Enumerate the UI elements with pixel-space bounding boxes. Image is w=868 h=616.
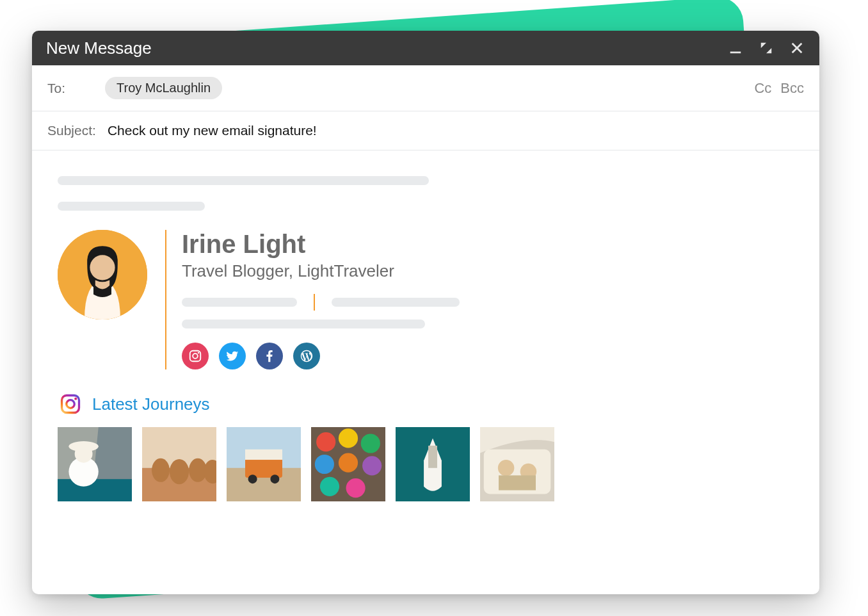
svg-point-16 [68, 441, 98, 451]
gallery-thumb[interactable] [142, 427, 216, 501]
gallery-thumb[interactable] [396, 427, 470, 501]
email-signature: Irine Light Travel Blogger, LightTravele… [58, 230, 794, 369]
svg-point-36 [320, 477, 339, 496]
svg-point-7 [193, 353, 198, 359]
gallery-row [58, 427, 794, 501]
instagram-icon[interactable] [182, 343, 209, 369]
gallery-thumb[interactable] [58, 427, 132, 501]
twitter-icon[interactable] [219, 343, 246, 369]
gallery-thumb[interactable] [311, 427, 385, 501]
subject-field-row[interactable]: Subject: Check out my new email signatur… [32, 111, 819, 150]
compose-window: New Message To: Troy McLaughlin Cc Bcc S… [32, 31, 819, 594]
svg-point-27 [248, 474, 257, 483]
signature-divider [165, 230, 166, 369]
svg-point-28 [270, 474, 279, 483]
subject-label: Subject: [47, 123, 96, 138]
svg-point-30 [316, 432, 335, 451]
facebook-icon[interactable] [256, 343, 283, 369]
svg-point-42 [498, 460, 515, 476]
message-body[interactable]: Irine Light Travel Blogger, LightTravele… [32, 150, 819, 594]
gallery-section: Latest Journeys [58, 391, 794, 501]
svg-rect-26 [245, 450, 282, 460]
fullscreen-button[interactable] [758, 40, 775, 56]
svg-rect-0 [730, 52, 741, 54]
svg-point-11 [74, 398, 77, 400]
minimize-button[interactable] [727, 40, 744, 56]
signature-role: Travel Blogger, LightTraveler [182, 261, 794, 281]
gallery-thumb[interactable] [227, 427, 301, 501]
svg-rect-44 [499, 475, 536, 490]
to-field-row[interactable]: To: Troy McLaughlin Cc Bcc [32, 65, 819, 111]
svg-point-31 [339, 428, 358, 448]
svg-point-20 [170, 459, 189, 484]
close-button[interactable] [789, 40, 805, 56]
gallery-thumb[interactable] [480, 427, 554, 501]
svg-point-32 [361, 434, 380, 453]
signature-detail-placeholder [332, 298, 460, 307]
to-label: To: [47, 81, 93, 96]
signature-detail-placeholder [182, 298, 297, 307]
svg-rect-25 [245, 457, 282, 477]
subject-input[interactable]: Check out my new email signature! [108, 123, 317, 138]
signature-divider [314, 294, 315, 311]
svg-point-8 [198, 352, 200, 354]
gallery-title[interactable]: Latest Journeys [92, 394, 210, 414]
wordpress-icon[interactable] [293, 343, 320, 369]
instagram-outline-icon [58, 391, 83, 417]
social-links [182, 343, 794, 369]
svg-point-37 [346, 478, 366, 498]
cc-button[interactable]: Cc [754, 80, 771, 97]
svg-rect-39 [428, 446, 437, 468]
bcc-button[interactable]: Bcc [780, 80, 804, 97]
svg-point-5 [90, 255, 115, 280]
svg-point-10 [67, 400, 75, 409]
avatar [58, 230, 147, 320]
titlebar: New Message [32, 31, 819, 65]
svg-point-33 [315, 455, 334, 474]
body-text-placeholder [58, 202, 205, 211]
svg-point-19 [152, 458, 170, 482]
signature-name: Irine Light [182, 230, 794, 259]
body-text-placeholder [58, 176, 429, 185]
signature-detail-placeholder [182, 320, 425, 328]
svg-rect-13 [58, 479, 132, 501]
window-title: New Message [46, 38, 152, 58]
svg-point-34 [339, 453, 358, 473]
svg-point-35 [362, 456, 382, 475]
recipient-chip[interactable]: Troy McLaughlin [105, 77, 222, 99]
